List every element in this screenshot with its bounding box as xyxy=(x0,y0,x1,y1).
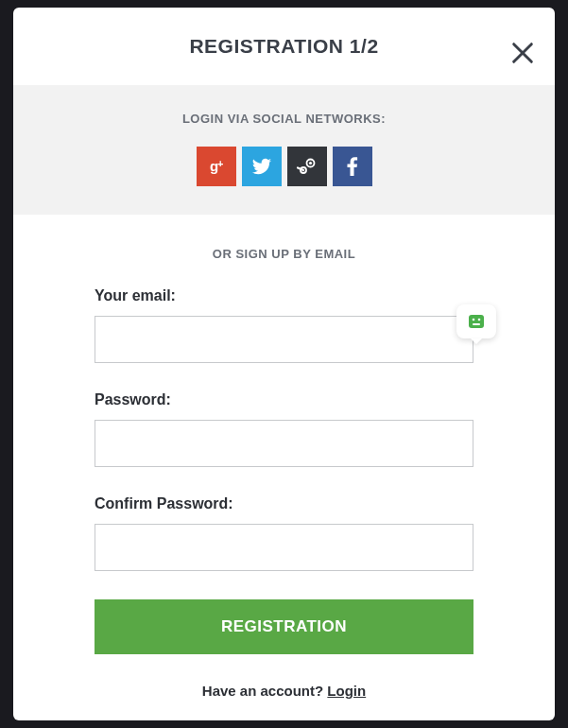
svg-point-10 xyxy=(478,319,481,321)
email-label: Your email: xyxy=(95,287,473,304)
registration-form: Your email: Password: Confirm Password: … xyxy=(13,287,555,699)
close-icon xyxy=(509,40,536,66)
social-login-label: LOGIN VIA SOCIAL NETWORKS: xyxy=(13,112,555,126)
registration-modal: REGISTRATION 1/2 LOGIN VIA SOCIAL NETWOR… xyxy=(13,8,555,720)
login-prompt-row: Have an account? Login xyxy=(95,654,473,699)
confirm-password-input[interactable] xyxy=(95,524,473,571)
svg-point-5 xyxy=(308,162,311,165)
facebook-icon xyxy=(341,155,364,178)
close-button[interactable] xyxy=(509,40,536,66)
confirm-password-label: Confirm Password: xyxy=(95,495,473,512)
steam-button[interactable] xyxy=(287,147,327,186)
modal-title: REGISTRATION 1/2 xyxy=(189,35,378,58)
svg-rect-11 xyxy=(473,323,480,325)
registration-submit-button[interactable]: REGISTRATION xyxy=(95,599,473,654)
twitter-icon xyxy=(251,156,272,177)
email-divider-label: OR SIGN UP BY EMAIL xyxy=(13,215,555,287)
svg-point-9 xyxy=(473,319,475,321)
email-input[interactable] xyxy=(95,316,473,363)
steam-icon xyxy=(296,155,318,178)
roboform-icon xyxy=(466,312,487,331)
social-login-section: LOGIN VIA SOCIAL NETWORKS: g + xyxy=(13,85,555,215)
google-plus-button[interactable]: g + xyxy=(197,147,236,186)
password-label: Password: xyxy=(95,391,473,408)
svg-rect-8 xyxy=(469,315,484,328)
login-link[interactable]: Login xyxy=(327,683,366,699)
password-manager-popup[interactable] xyxy=(456,304,496,338)
facebook-button[interactable] xyxy=(333,147,372,186)
login-prompt-text: Have an account? xyxy=(202,683,328,699)
modal-header: REGISTRATION 1/2 xyxy=(13,8,555,85)
twitter-button[interactable] xyxy=(242,147,282,186)
password-input[interactable] xyxy=(95,420,473,467)
svg-text:+: + xyxy=(217,158,223,169)
social-button-row: g + xyxy=(13,147,555,186)
google-plus-icon: g + xyxy=(205,155,228,178)
